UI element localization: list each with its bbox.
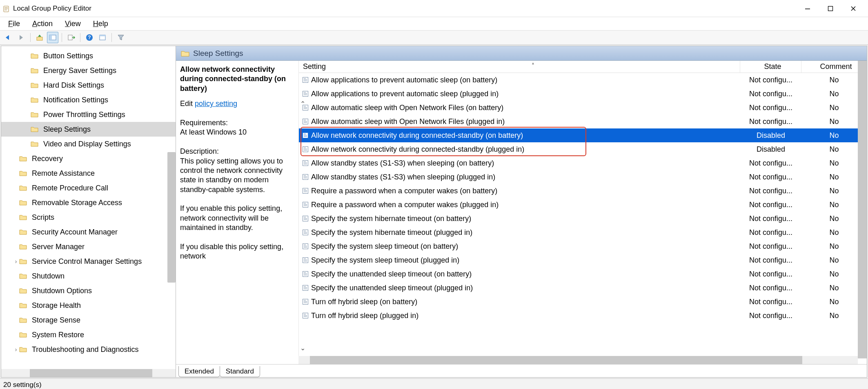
tree-item[interactable]: Remote Procedure Call	[1, 181, 176, 195]
policy-row-setting: Specify the system sleep timeout (plugge…	[299, 256, 740, 265]
maximize-button[interactable]	[819, 0, 842, 17]
policy-icon	[302, 160, 309, 166]
policy-row[interactable]: Allow applications to prevent automatic …	[299, 87, 867, 101]
policy-row-label: Allow standby states (S1-S3) when sleepi…	[311, 173, 495, 181]
tree-item[interactable]: Recovery	[1, 151, 176, 166]
list-scrollbar-vert-thumb[interactable]	[858, 61, 867, 358]
tree-item[interactable]: Remote Assistance	[1, 166, 176, 181]
edit-policy-link[interactable]: policy setting	[195, 99, 237, 108]
policy-row[interactable]: Require a password when a computer wakes…	[299, 198, 867, 212]
tree-item-label: Remote Procedure Call	[31, 183, 109, 193]
tree-item[interactable]: ›Troubleshooting and Diagnostics	[1, 342, 176, 357]
policy-row[interactable]: Require a password when a computer wakes…	[299, 184, 867, 198]
policy-row[interactable]: Allow network connectivity during connec…	[299, 142, 867, 156]
policy-row[interactable]: Specify the system sleep timeout (on bat…	[299, 239, 867, 253]
menu-view[interactable]: View	[60, 19, 86, 29]
tree-item[interactable]: Shutdown Options	[1, 283, 176, 298]
policy-row[interactable]: Specify the unattended sleep timeout (pl…	[299, 281, 867, 295]
list-header: Setting ▴ State Comment	[299, 61, 867, 73]
list-scrollbar-horiz-thumb[interactable]	[310, 356, 802, 364]
tab-standard[interactable]: Standard	[220, 366, 260, 377]
folder-icon	[31, 141, 39, 147]
tree-item[interactable]: Storage Health	[1, 298, 176, 313]
tree-item-label: Video and Display Settings	[42, 139, 132, 149]
folder-icon	[31, 53, 39, 59]
statusbar: 20 setting(s)	[0, 378, 868, 389]
policy-row[interactable]: Allow applications to prevent automatic …	[299, 73, 867, 87]
policy-row-comment: No	[801, 201, 867, 209]
policy-row-setting: Allow applications to prevent automatic …	[299, 76, 740, 84]
tree-item-label: Power Throttling Settings	[42, 110, 127, 119]
svg-rect-35	[304, 148, 306, 148]
tree-item[interactable]: Removable Storage Access	[1, 195, 176, 210]
tree-scrollbar-vert[interactable]	[167, 152, 176, 283]
folder-icon	[19, 214, 27, 221]
folder-icon	[19, 317, 27, 323]
col-header-setting[interactable]: Setting ▴	[299, 61, 740, 73]
tree-item[interactable]: Scripts	[1, 210, 176, 225]
forward-button[interactable]	[16, 32, 27, 43]
scroll-up-arrow-icon[interactable]: ⌃	[300, 100, 305, 108]
svg-rect-67	[304, 259, 306, 259]
tree-scrollbar-horiz-track[interactable]	[1, 369, 176, 377]
tree-item[interactable]: Energy Saver Settings	[1, 63, 176, 78]
show-hide-tree-button[interactable]	[47, 32, 58, 43]
list-rows[interactable]: Allow applications to prevent automatic …	[299, 73, 867, 364]
policy-row[interactable]: Allow network connectivity during connec…	[299, 128, 867, 142]
policy-row[interactable]: Allow automatic sleep with Open Network …	[299, 115, 867, 128]
up-button[interactable]	[34, 32, 45, 43]
tree-item[interactable]: Power Throttling Settings	[1, 107, 176, 122]
svg-rect-16	[304, 80, 307, 80]
policy-row[interactable]: Specify the system hibernate timeout (on…	[299, 212, 867, 225]
policy-row[interactable]: Turn off hybrid sleep (plugged in)Not co…	[299, 309, 867, 323]
list-scrollbar-vert[interactable]	[858, 61, 867, 358]
tree-item[interactable]: Storage Sense	[1, 313, 176, 327]
tree-item[interactable]: ›Service Control Manager Settings	[1, 254, 176, 269]
tree-item[interactable]: Security Account Manager	[1, 225, 176, 239]
list-scrollbar-horiz[interactable]	[298, 356, 858, 364]
policy-row[interactable]: Allow automatic sleep with Open Network …	[299, 101, 867, 115]
export-list-button[interactable]	[65, 32, 77, 43]
filter-button[interactable]	[115, 32, 127, 43]
menu-action[interactable]: Action	[27, 19, 58, 29]
back-button[interactable]	[2, 32, 14, 43]
policy-row[interactable]: Allow standby states (S1-S3) when sleepi…	[299, 170, 867, 184]
col-header-comment[interactable]: Comment	[801, 61, 867, 73]
policy-row[interactable]: Specify the system sleep timeout (plugge…	[299, 253, 867, 267]
policy-row-label: Allow network connectivity during connec…	[311, 145, 524, 154]
policy-row-setting: Specify the system hibernate timeout (pl…	[299, 228, 740, 237]
expand-icon[interactable]: ›	[13, 346, 19, 353]
tree-item[interactable]: Video and Display Settings	[1, 137, 176, 151]
tree-item[interactable]: System Restore	[1, 327, 176, 342]
tree-pane[interactable]: Button SettingsEnergy Saver SettingsHard…	[1, 46, 176, 377]
policy-row[interactable]: Allow standby states (S1-S3) when sleepi…	[299, 156, 867, 170]
tree-item[interactable]: Server Manager	[1, 239, 176, 254]
policy-row-state: Not configu...	[740, 312, 801, 320]
svg-rect-9	[68, 35, 72, 40]
toolbar-separator	[62, 33, 62, 42]
col-header-state[interactable]: State	[740, 61, 801, 73]
tree-item[interactable]: Button Settings	[1, 49, 176, 63]
minimize-button[interactable]	[796, 0, 819, 17]
help-button[interactable]: ?	[84, 32, 95, 43]
policy-row[interactable]: Specify the system hibernate timeout (pl…	[299, 225, 867, 239]
policy-row-label: Turn off hybrid sleep (on battery)	[311, 298, 417, 306]
tree-item[interactable]: Notification Settings	[1, 93, 176, 107]
tree-item[interactable]: Sleep Settings	[1, 122, 176, 137]
policy-row-label: Allow standby states (S1-S3) when sleepi…	[311, 159, 494, 168]
menu-file[interactable]: File	[3, 19, 25, 29]
scroll-down-arrow-icon[interactable]: ⌄	[300, 344, 305, 352]
close-button[interactable]	[842, 0, 865, 17]
properties-button[interactable]	[97, 32, 108, 43]
tree-scrollbar-horiz-thumb[interactable]	[30, 369, 152, 377]
menu-help[interactable]: Help	[88, 19, 113, 29]
tab-extended[interactable]: Extended	[178, 366, 220, 377]
svg-rect-21	[304, 95, 307, 95]
tree-item[interactable]: Hard Disk Settings	[1, 78, 176, 93]
sort-indicator-icon: ▴	[326, 61, 740, 65]
policy-row[interactable]: Specify the unattended sleep timeout (on…	[299, 267, 867, 281]
tree-item[interactable]: Shutdown	[1, 269, 176, 283]
policy-row[interactable]: Turn off hybrid sleep (on battery)Not co…	[299, 295, 867, 309]
expand-icon[interactable]: ›	[13, 258, 19, 265]
policy-row-comment: No	[801, 270, 867, 278]
